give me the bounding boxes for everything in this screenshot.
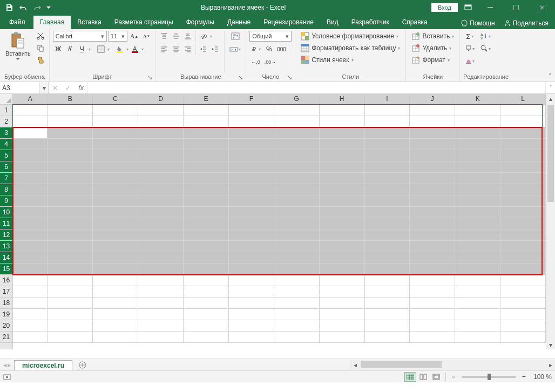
cell[interactable] — [410, 241, 455, 252]
add-sheet-icon[interactable] — [77, 360, 89, 370]
cell[interactable] — [184, 161, 229, 172]
cell[interactable] — [93, 139, 138, 150]
cell[interactable] — [93, 320, 138, 331]
cell[interactable] — [48, 207, 93, 218]
underline-dropdown-icon[interactable]: ▾ — [89, 47, 91, 52]
cell[interactable] — [320, 127, 365, 138]
cell[interactable] — [138, 241, 184, 252]
borders-icon[interactable] — [96, 44, 106, 55]
redo-icon[interactable] — [31, 2, 43, 13]
cell[interactable] — [500, 105, 546, 116]
cell[interactable] — [48, 275, 93, 286]
cell[interactable] — [500, 275, 546, 286]
cell[interactable] — [410, 332, 455, 342]
tab-home[interactable]: Главная — [33, 16, 71, 29]
cell[interactable] — [184, 218, 229, 229]
cell[interactable] — [455, 116, 500, 127]
cell[interactable] — [138, 161, 184, 172]
cell[interactable] — [410, 105, 455, 116]
cell[interactable] — [184, 252, 229, 263]
cell[interactable] — [500, 173, 546, 184]
cell-styles-button[interactable]: Стили ячеек▾ — [299, 55, 402, 65]
cell[interactable] — [138, 127, 184, 138]
row-header[interactable]: 20 — [0, 320, 12, 332]
cell[interactable] — [320, 263, 365, 274]
zoom-slider[interactable] — [462, 376, 516, 378]
scroll-down-icon[interactable]: ▾ — [546, 340, 555, 349]
cell[interactable] — [365, 298, 410, 308]
autosum-icon[interactable]: Σ▾ — [463, 31, 476, 42]
number-format-combo[interactable]: Общий▾ — [249, 31, 292, 42]
qat-customize-icon[interactable] — [45, 2, 52, 13]
cell[interactable] — [410, 286, 455, 297]
cell[interactable] — [184, 320, 229, 331]
cell[interactable] — [320, 207, 365, 218]
cell[interactable] — [274, 195, 320, 206]
cell[interactable] — [410, 298, 455, 308]
page-break-view-icon[interactable] — [430, 372, 442, 382]
sheet-tab[interactable]: microexcel.ru — [14, 360, 72, 370]
maximize-button[interactable] — [504, 0, 528, 15]
cell[interactable] — [13, 263, 48, 274]
cell[interactable] — [455, 241, 500, 252]
cancel-formula-icon[interactable]: ✕ — [49, 84, 62, 92]
cell[interactable] — [13, 184, 48, 195]
horizontal-scroll-thumb[interactable] — [361, 361, 442, 368]
cell[interactable] — [13, 127, 48, 138]
enter-formula-icon[interactable]: ✓ — [62, 84, 75, 92]
cell[interactable] — [138, 332, 184, 342]
cell[interactable] — [500, 218, 546, 229]
tab-insert[interactable]: Вставка — [71, 16, 108, 29]
cell[interactable] — [48, 161, 93, 172]
cell[interactable] — [184, 241, 229, 252]
cell[interactable] — [455, 195, 500, 206]
accounting-format-icon[interactable]: ₽▾ — [249, 44, 262, 55]
cell[interactable] — [13, 218, 48, 229]
cell[interactable] — [455, 139, 500, 150]
cell[interactable] — [410, 218, 455, 229]
row-header[interactable]: 2 — [0, 116, 12, 127]
insert-function-icon[interactable]: fx — [75, 84, 87, 92]
cell[interactable] — [13, 275, 48, 286]
cell[interactable] — [410, 207, 455, 218]
cell[interactable] — [455, 150, 500, 161]
find-select-icon[interactable]: ▾ — [478, 43, 492, 54]
cell[interactable] — [138, 184, 184, 195]
cell[interactable] — [274, 332, 320, 342]
cell[interactable] — [93, 173, 138, 184]
vertical-scrollbar[interactable]: ▴ ▾ — [546, 94, 555, 349]
undo-icon[interactable] — [17, 2, 29, 13]
cell[interactable] — [48, 241, 93, 252]
name-box-dropdown-icon[interactable]: ▾ — [39, 82, 48, 93]
cell[interactable] — [229, 252, 274, 263]
cell[interactable] — [138, 286, 184, 297]
row-header[interactable]: 21 — [0, 332, 12, 343]
cell[interactable] — [48, 320, 93, 331]
cell[interactable] — [229, 139, 274, 150]
cell[interactable] — [320, 229, 365, 240]
zoom-in-icon[interactable]: + — [520, 373, 528, 381]
underline-button[interactable]: Ч — [77, 44, 87, 55]
cell[interactable] — [48, 139, 93, 150]
cell[interactable] — [93, 207, 138, 218]
cell[interactable] — [410, 320, 455, 331]
cell[interactable] — [13, 150, 48, 161]
cell[interactable] — [184, 127, 229, 138]
select-all-corner[interactable] — [0, 94, 13, 105]
decrease-font-icon[interactable]: A▼ — [141, 31, 152, 42]
cell[interactable] — [138, 116, 184, 127]
cell[interactable] — [365, 241, 410, 252]
share-button[interactable]: Поделиться — [502, 17, 551, 29]
cell[interactable] — [455, 332, 500, 342]
scroll-up-icon[interactable]: ▴ — [546, 94, 555, 103]
delete-cells-button[interactable]: Удалить▾ — [409, 43, 456, 53]
cell[interactable] — [13, 286, 48, 297]
cell[interactable] — [48, 263, 93, 274]
align-right-icon[interactable] — [182, 44, 193, 55]
cell[interactable] — [274, 161, 320, 172]
cell[interactable] — [455, 252, 500, 263]
cell[interactable] — [93, 332, 138, 342]
italic-button[interactable]: К — [65, 44, 76, 55]
scroll-left-icon[interactable]: ◂ — [350, 361, 360, 369]
cell[interactable] — [229, 173, 274, 184]
